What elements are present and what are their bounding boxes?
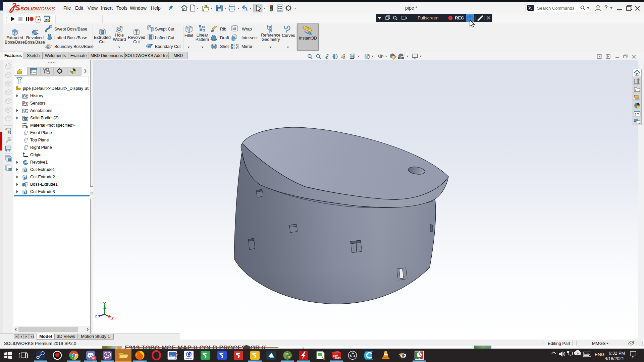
svg-text:Fullscreen: Fullscreen <box>418 15 438 20</box>
svg-text:A: A <box>24 110 27 114</box>
svg-text:cd: cd <box>232 27 236 31</box>
svg-text:{▶}: {▶} <box>37 18 41 21</box>
svg-text:2019: 2019 <box>335 357 341 360</box>
svg-text:A: A <box>342 56 345 60</box>
svg-text:ENG: ENG <box>595 352 604 357</box>
svg-text:17: 17 <box>287 356 290 359</box>
svg-text:9+: 9+ <box>92 357 96 360</box>
svg-text:19: 19 <box>285 353 288 356</box>
svg-text:Z: Z <box>95 314 97 318</box>
svg-text:trocen: trocen <box>185 357 192 360</box>
svg-text:X: X <box>111 316 114 320</box>
svg-text:REC: REC <box>455 15 464 20</box>
svg-text:SOLIDWORKS: SOLIDWORKS <box>20 6 55 11</box>
